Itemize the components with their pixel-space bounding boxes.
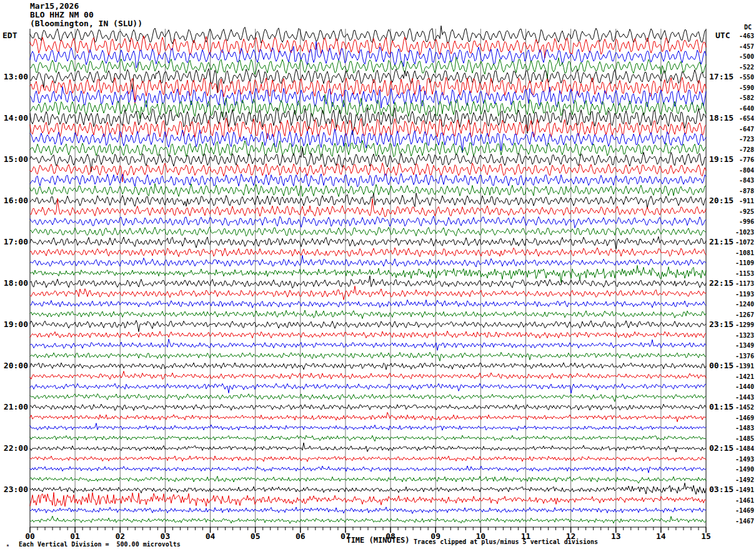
seismogram-trace (30, 141, 706, 158)
seismogram-trace (30, 383, 706, 393)
seismogram-trace (30, 371, 706, 380)
seismogram-trace (30, 456, 706, 461)
seismogram-trace (30, 331, 706, 338)
seismogram-trace (30, 320, 706, 331)
seismogram-trace (30, 193, 706, 209)
seismogram-trace (30, 423, 706, 431)
seismogram-trace (30, 36, 706, 58)
seismogram-trace (30, 26, 706, 44)
seismogram-trace (30, 216, 706, 228)
seismogram-trace (30, 404, 706, 410)
seismogram-trace (30, 286, 706, 300)
seismogram-trace (30, 339, 706, 350)
seismogram-trace (30, 516, 706, 523)
seismogram-trace (30, 394, 706, 402)
seismogram-trace (30, 163, 706, 182)
seismogram-trace (30, 236, 706, 249)
seismogram-trace (30, 57, 706, 79)
seismogram-trace (30, 198, 706, 217)
webicorder-screen: Mar15,2026 BLO HHZ NM 00 (Bloomington, I… (0, 0, 756, 554)
seismogram-trace (30, 493, 706, 507)
seismogram-trace (30, 413, 706, 422)
seismogram-trace (30, 483, 706, 494)
seismogram-trace (30, 435, 706, 441)
seismogram-trace (30, 148, 706, 172)
seismogram-trace (30, 352, 706, 361)
seismogram-trace (30, 363, 706, 370)
seismogram-trace (30, 466, 706, 473)
seismogram-trace (30, 476, 706, 483)
seismogram-trace (30, 507, 706, 514)
seismogram-trace (30, 248, 706, 257)
seismogram-trace (30, 443, 706, 452)
seismogram-trace (30, 227, 706, 236)
seismogram-trace (30, 255, 706, 267)
seismogram-trace (30, 174, 706, 187)
seismogram-trace (30, 78, 706, 104)
seismogram-plot (0, 0, 756, 554)
seismogram-trace (30, 300, 706, 308)
seismogram-trace (30, 265, 706, 283)
seismogram-trace (30, 310, 706, 319)
seismogram-trace (30, 184, 706, 197)
